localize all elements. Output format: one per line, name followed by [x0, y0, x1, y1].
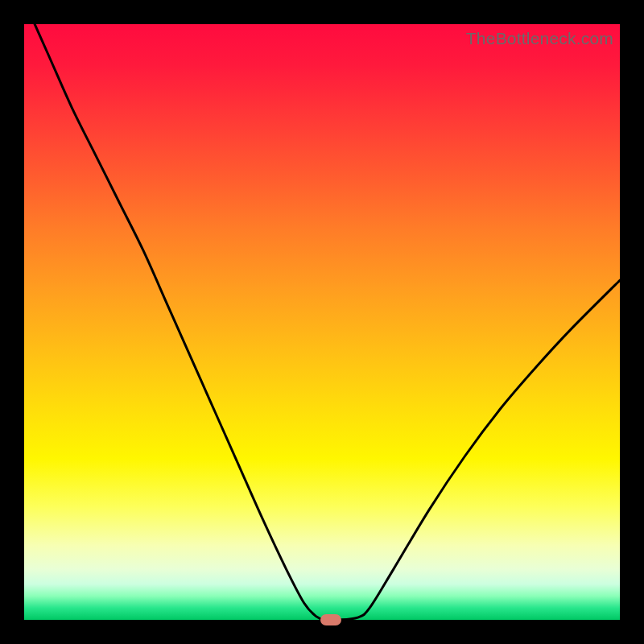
plot-area: TheBottleneck.com [24, 24, 620, 620]
chart-frame: TheBottleneck.com [0, 0, 644, 644]
bottleneck-curve [24, 24, 620, 620]
minimum-marker [320, 614, 341, 625]
